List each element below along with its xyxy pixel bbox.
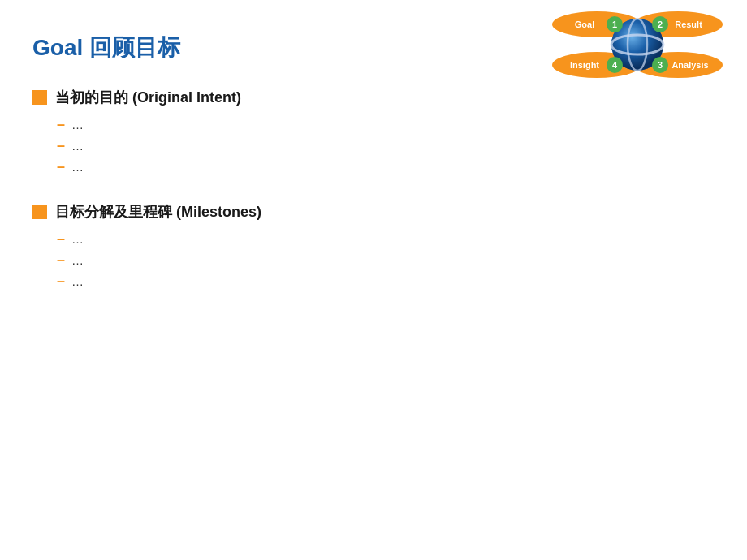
sub-item-text: … bbox=[71, 160, 84, 174]
sub-items-1: – … – … – … bbox=[57, 117, 715, 174]
section-bullet-2 bbox=[32, 205, 47, 219]
list-item: – … bbox=[57, 159, 715, 174]
list-item: – … bbox=[57, 231, 715, 246]
dash-icon: – bbox=[57, 138, 65, 153]
section-milestones: 目标分解及里程碑 (Milestones) – … – … – … bbox=[32, 202, 715, 288]
svg-text:1: 1 bbox=[612, 19, 617, 29]
slide-container: 1 Goal 2 Result 4 Insight 3 Analysis Goa… bbox=[0, 0, 747, 560]
list-item: – … bbox=[57, 274, 715, 288]
svg-text:2: 2 bbox=[658, 19, 663, 29]
section-header-1: 当初的目的 (Original Intent) bbox=[32, 88, 715, 107]
sub-item-text: … bbox=[71, 118, 84, 131]
sub-item-text: … bbox=[71, 253, 84, 267]
section-title-2: 目标分解及里程碑 (Milestones) bbox=[55, 202, 261, 222]
svg-text:4: 4 bbox=[612, 60, 618, 70]
dash-icon: – bbox=[57, 117, 65, 131]
sub-item-text: … bbox=[71, 232, 84, 246]
section-original-intent: 当初的目的 (Original Intent) – … – … – … bbox=[32, 88, 715, 174]
sub-item-text: … bbox=[71, 274, 84, 288]
nav-diagram: 1 Goal 2 Result 4 Insight 3 Analysis bbox=[536, 4, 739, 85]
sub-items-2: – … – … – … bbox=[57, 231, 715, 288]
section-header-2: 目标分解及里程碑 (Milestones) bbox=[32, 202, 715, 222]
svg-text:Insight: Insight bbox=[570, 60, 599, 70]
list-item: – … bbox=[57, 252, 715, 267]
section-bullet-1 bbox=[32, 90, 47, 105]
dash-icon: – bbox=[57, 252, 65, 267]
dash-icon: – bbox=[57, 231, 65, 246]
dash-icon: – bbox=[57, 159, 65, 174]
list-item: – … bbox=[57, 117, 715, 131]
svg-text:Analysis: Analysis bbox=[671, 60, 708, 70]
svg-text:Goal: Goal bbox=[575, 19, 594, 29]
svg-text:3: 3 bbox=[658, 60, 663, 70]
sub-item-text: … bbox=[71, 139, 84, 153]
section-title-1: 当初的目的 (Original Intent) bbox=[55, 88, 241, 107]
dash-icon: – bbox=[57, 274, 65, 288]
svg-text:Result: Result bbox=[675, 19, 702, 29]
list-item: – … bbox=[57, 138, 715, 153]
